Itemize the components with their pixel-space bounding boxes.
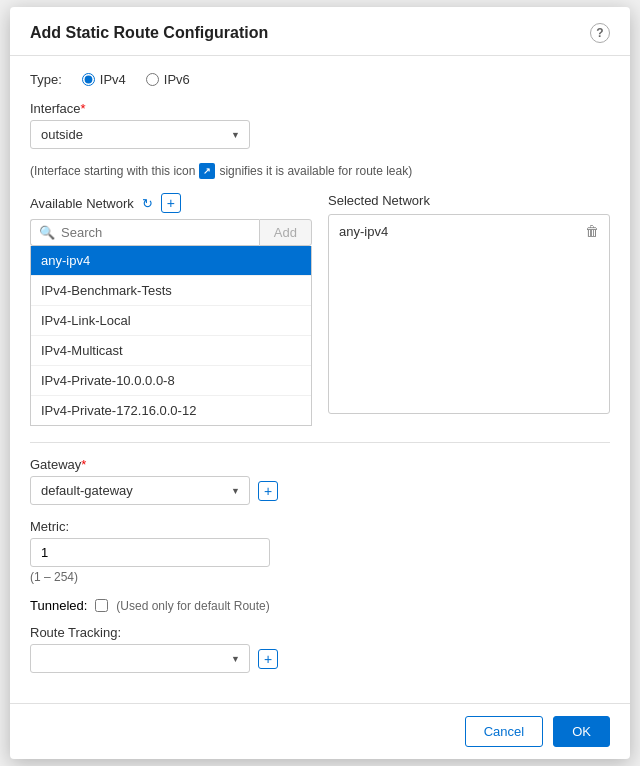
available-network-panel: Available Network ↻ + 🔍 Add any-ipv4 IPv… <box>30 193 312 426</box>
help-icon[interactable]: ? <box>590 23 610 43</box>
tunneled-label: Tunneled: <box>30 598 87 613</box>
cancel-button[interactable]: Cancel <box>465 716 543 747</box>
add-gateway-btn[interactable]: + <box>258 481 278 501</box>
dialog-title: Add Static Route Configuration <box>30 24 268 42</box>
type-label: Type: <box>30 72 62 87</box>
metric-section: Metric: (1 – 254) <box>30 519 610 584</box>
search-add-row: 🔍 Add <box>30 219 312 246</box>
gateway-select[interactable]: default-gateway <box>30 476 250 505</box>
route-leak-text-before: (Interface starting with this icon <box>30 164 195 178</box>
delete-selected-icon[interactable]: 🗑 <box>585 223 599 239</box>
divider <box>30 442 610 443</box>
gateway-label: Gateway* <box>30 457 610 472</box>
gateway-row: default-gateway + <box>30 476 610 505</box>
list-item[interactable]: IPv4-Multicast <box>31 336 311 366</box>
selected-network-box: any-ipv4 🗑 <box>328 214 610 414</box>
route-tracking-row: + <box>30 644 610 673</box>
type-section: Type: IPv4 IPv6 <box>30 72 610 87</box>
route-leak-text-after: signifies it is available for route leak… <box>219 164 412 178</box>
selected-network-header: Selected Network <box>328 193 610 208</box>
selected-network-title: Selected Network <box>328 193 430 208</box>
ipv6-radio[interactable] <box>146 73 159 86</box>
available-network-title: Available Network <box>30 196 134 211</box>
search-input[interactable] <box>61 225 251 240</box>
search-container: 🔍 <box>30 219 259 246</box>
type-radio-group: Type: IPv4 IPv6 <box>30 72 610 87</box>
ok-button[interactable]: OK <box>553 716 610 747</box>
selected-network-value: any-ipv4 <box>339 224 388 239</box>
tunneled-section: Tunneled: (Used only for default Route) <box>30 598 610 613</box>
add-static-route-dialog: Add Static Route Configuration ? Type: I… <box>10 7 630 759</box>
networks-section: Available Network ↻ + 🔍 Add any-ipv4 IPv… <box>30 193 610 426</box>
list-item[interactable]: IPv4-Benchmark-Tests <box>31 276 311 306</box>
search-icon: 🔍 <box>39 225 55 240</box>
route-tracking-select[interactable] <box>30 644 250 673</box>
interface-select-wrapper: outside <box>30 120 250 149</box>
tunneled-checkbox[interactable] <box>95 599 108 612</box>
ipv6-label: IPv6 <box>164 72 190 87</box>
gateway-section: Gateway* default-gateway + <box>30 457 610 505</box>
list-item[interactable]: IPv4-Private-10.0.0.0-8 <box>31 366 311 396</box>
ipv4-radio-label[interactable]: IPv4 <box>82 72 126 87</box>
interface-select[interactable]: outside <box>30 120 250 149</box>
route-tracking-section: Route Tracking: + <box>30 625 610 673</box>
metric-label: Metric: <box>30 519 610 534</box>
dialog-footer: Cancel OK <box>10 703 630 759</box>
refresh-icon[interactable]: ↻ <box>142 196 153 211</box>
metric-input[interactable] <box>30 538 270 567</box>
selected-network-panel: Selected Network any-ipv4 🗑 <box>328 193 610 426</box>
route-tracking-label: Route Tracking: <box>30 625 610 640</box>
list-item[interactable]: IPv4-Link-Local <box>31 306 311 336</box>
route-leak-icon: ↗ <box>199 163 215 179</box>
selected-network-item: any-ipv4 🗑 <box>339 223 599 239</box>
available-network-list: any-ipv4 IPv4-Benchmark-Tests IPv4-Link-… <box>30 246 312 426</box>
interface-section: Interface* outside <box>30 101 610 149</box>
add-route-tracking-btn[interactable]: + <box>258 649 278 669</box>
add-button[interactable]: Add <box>259 219 312 246</box>
metric-hint: (1 – 254) <box>30 570 610 584</box>
list-item[interactable]: any-ipv4 <box>31 246 311 276</box>
dialog-header: Add Static Route Configuration ? <box>10 7 630 56</box>
interface-label: Interface* <box>30 101 610 116</box>
add-network-small-btn[interactable]: + <box>161 193 181 213</box>
route-tracking-select-wrapper <box>30 644 250 673</box>
gateway-select-wrapper: default-gateway <box>30 476 250 505</box>
dialog-body: Type: IPv4 IPv6 Interface* outside <box>10 56 630 703</box>
list-item[interactable]: IPv4-Private-172.16.0.0-12 <box>31 396 311 425</box>
ipv6-radio-label[interactable]: IPv6 <box>146 72 190 87</box>
tunneled-note: (Used only for default Route) <box>116 599 269 613</box>
ipv4-label: IPv4 <box>100 72 126 87</box>
available-network-header: Available Network ↻ + <box>30 193 312 213</box>
route-leak-note: (Interface starting with this icon ↗ sig… <box>30 163 610 179</box>
ipv4-radio[interactable] <box>82 73 95 86</box>
